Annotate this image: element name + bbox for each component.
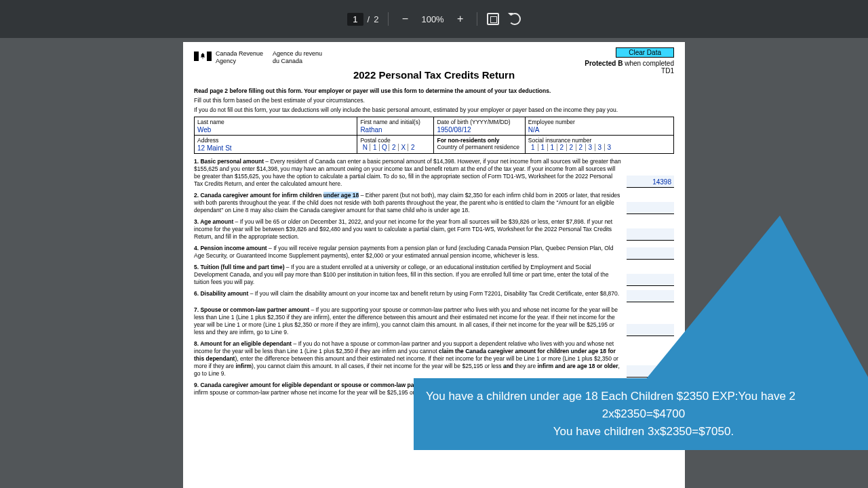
- intro-text: Read page 2 before filling out this form…: [194, 87, 674, 114]
- employee-number-field[interactable]: N/A: [528, 125, 671, 134]
- line-5-amount[interactable]: [627, 274, 674, 286]
- line-1: 1. Basic personal amount – Every residen…: [194, 158, 674, 188]
- agency-fr: Agence du revenu du Canada: [273, 50, 322, 65]
- line-6: 6. Disability amount – If you will claim…: [194, 290, 674, 302]
- page-current[interactable]: 1: [347, 13, 363, 26]
- address-field[interactable]: 12 Maint St: [197, 144, 354, 152]
- page-total: 2: [374, 14, 378, 24]
- line-4: 4. Pension income amount – If you will r…: [194, 245, 674, 260]
- dob-field[interactable]: 1950/08/12: [437, 125, 521, 134]
- zoom-out-button[interactable]: −: [398, 13, 412, 25]
- annotation-callout: You have a children under age 18 Each Ch…: [414, 378, 868, 450]
- rotate-icon[interactable]: [509, 13, 521, 25]
- last-name-field[interactable]: Web: [197, 125, 354, 134]
- line-8: 8. Amount for an eligible dependant – If…: [194, 340, 674, 378]
- sin-field[interactable]: 111222333: [528, 144, 671, 151]
- line-6-amount[interactable]: [627, 290, 674, 302]
- line-4-amount[interactable]: [627, 247, 674, 260]
- canada-flag-icon: [194, 52, 212, 61]
- line-7-amount[interactable]: [627, 324, 674, 336]
- pdf-toolbar: 1 / 2 − 100% +: [0, 0, 868, 38]
- postal-code-field[interactable]: N1Q2X2: [360, 144, 431, 151]
- page-indicator: 1 / 2: [347, 13, 378, 26]
- line-3: 3. Age amount – If you will be 65 or old…: [194, 218, 674, 241]
- agency-en: Canada Revenue Agency: [216, 50, 263, 65]
- zoom-in-button[interactable]: +: [454, 13, 467, 25]
- clear-data-button[interactable]: Clear Data: [616, 47, 674, 58]
- line-2-amount[interactable]: [627, 202, 674, 214]
- first-name-field[interactable]: Rathan: [360, 125, 431, 134]
- line-2: 2. Canada caregiver amount for infirm ch…: [194, 192, 674, 214]
- credit-lines: 1. Basic personal amount – Every residen…: [194, 158, 674, 396]
- zoom-level: 100%: [421, 14, 443, 24]
- fit-page-icon[interactable]: [487, 13, 499, 25]
- line-7: 7. Spouse or common-law partner amount –…: [194, 306, 674, 336]
- line-5: 5. Tuition (full time and part time) – I…: [194, 264, 674, 286]
- protected-marking: Protected B when completed TD1: [585, 60, 674, 75]
- line-1-amount[interactable]: 14398: [627, 176, 674, 188]
- line-3-amount[interactable]: [627, 228, 674, 241]
- personal-info-table: Last nameWeb First name and initial(s)Ra…: [194, 117, 674, 154]
